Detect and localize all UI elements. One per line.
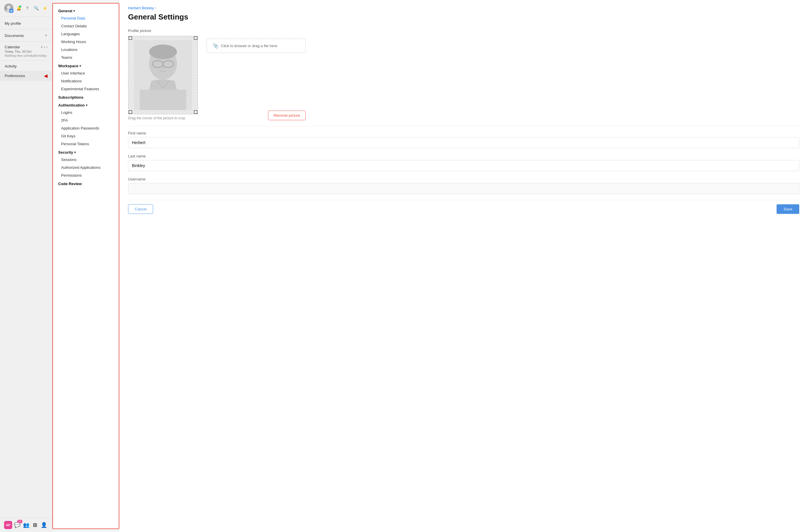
pref-authorized-applications[interactable]: Authorized Applications	[53, 164, 119, 171]
bottom-icon-grid[interactable]: ⊞	[31, 521, 39, 529]
paperclip-icon: 📎	[213, 43, 219, 49]
username-input[interactable]	[128, 183, 799, 194]
last-name-label: Last name	[128, 154, 799, 158]
first-name-input[interactable]	[128, 137, 799, 148]
sidebar-item-my-profile[interactable]: My profile	[0, 19, 52, 28]
pref-personal-data[interactable]: Personal Data	[53, 14, 119, 22]
bottom-icon-people[interactable]: 👥	[22, 521, 30, 529]
pref-locations[interactable]: Locations	[53, 46, 119, 54]
calendar-section: Calendar + ‹ › Today, Thu, 20 Oct Nothin…	[0, 43, 52, 59]
first-name-section: First name	[128, 131, 799, 148]
last-name-input[interactable]	[128, 160, 799, 171]
help-icon[interactable]: ?	[24, 5, 30, 11]
left-nav: My profile Documents + Calendar + ‹ › To…	[0, 17, 52, 518]
general-section-title[interactable]: General ▾	[53, 6, 119, 14]
remove-picture-button[interactable]: Remove picture	[268, 111, 306, 120]
breadcrumb: Herbert Binkley /	[128, 6, 799, 10]
profile-picture-label: Profile picture	[128, 29, 799, 33]
picture-right: 📎 Click to browse or drag a file here Re…	[207, 36, 306, 120]
left-sidebar: M 🔔 ? 🔍 ⚡ ＋ My profile Documents + Calen…	[0, 0, 52, 532]
pref-personal-tokens[interactable]: Personal Tokens	[53, 140, 119, 148]
svg-rect-9	[140, 90, 186, 110]
save-button[interactable]: Save	[776, 204, 799, 214]
upload-area[interactable]: 📎 Click to browse or drag a file here	[207, 39, 306, 53]
crop-handle-br[interactable]	[194, 110, 197, 114]
username-section: Username	[128, 177, 799, 194]
pref-git-keys[interactable]: Git Keys	[53, 132, 119, 140]
chevron-down-icon: ▾	[73, 9, 75, 13]
drag-hint: Drag the corner of the picture to crop	[128, 116, 185, 120]
calendar-prev[interactable]: ‹	[44, 45, 45, 49]
lightning-icon[interactable]: ⚡	[42, 5, 48, 11]
avatar-badge: M	[9, 9, 13, 13]
cancel-button[interactable]: Cancel	[128, 204, 153, 214]
calendar-header: Calendar + ‹ ›	[5, 45, 48, 49]
calendar-note: Nothing else scheduled today	[5, 54, 48, 57]
picture-left: Drag the corner of the picture to crop	[128, 36, 198, 120]
pref-languages[interactable]: Languages	[53, 30, 119, 38]
profile-image-container[interactable]	[128, 36, 198, 114]
username-label: Username	[128, 177, 799, 181]
search-icon[interactable]: 🔍	[33, 5, 39, 11]
crop-handle-tr[interactable]	[194, 36, 197, 40]
notification-bell-icon[interactable]: 🔔	[16, 5, 21, 11]
sidebar-icons: 🔔 ? 🔍 ⚡ ＋	[16, 5, 56, 11]
workspace-section-title[interactable]: Workspace ▾	[53, 61, 119, 69]
pref-experimental-features[interactable]: Experimental Features	[53, 85, 119, 93]
last-name-section: Last name	[128, 154, 799, 171]
pref-teams[interactable]: Teams	[53, 54, 119, 61]
red-arrow-icon: ◀	[44, 73, 48, 78]
bottom-actions: Cancel Save	[128, 200, 799, 218]
calendar-date: Today, Thu, 20 Oct	[5, 50, 48, 53]
plus-icon: +	[45, 33, 48, 38]
sidebar-bottom: AP 💬 17 👥 ⊞ 👤	[0, 518, 52, 532]
page-title: General Settings	[128, 13, 799, 21]
bottom-icon-chat[interactable]: 💬 17	[13, 521, 21, 529]
pref-notifications[interactable]: Notifications	[53, 77, 119, 85]
crop-handle-bl[interactable]	[129, 110, 132, 114]
pref-logins[interactable]: Logins	[53, 109, 119, 116]
chevron-down-icon-auth: ▾	[86, 104, 87, 107]
upload-hint-text: Click to browse or drag a file here	[221, 44, 277, 48]
pref-working-hours[interactable]: Working Hours	[53, 38, 119, 46]
sidebar-item-documents[interactable]: Documents +	[0, 31, 52, 40]
svg-point-5	[149, 44, 177, 59]
crop-handle-tl[interactable]	[129, 36, 132, 40]
calendar-nav-plus[interactable]: +	[41, 45, 43, 49]
pref-sessions[interactable]: Sessions	[53, 156, 119, 164]
bottom-icon-user[interactable]: 👤	[40, 521, 48, 529]
breadcrumb-name[interactable]: Herbert Binkley	[128, 6, 154, 10]
sidebar-header: M 🔔 ? 🔍 ⚡ ＋	[0, 0, 52, 17]
pref-application-passwords[interactable]: Application Passwords	[53, 124, 119, 132]
avatar-wrapper[interactable]: M	[4, 3, 13, 13]
sidebar-item-activity[interactable]: Activity	[0, 62, 52, 71]
breadcrumb-separator: /	[155, 6, 156, 10]
chevron-down-icon-workspace: ▾	[79, 64, 81, 68]
bottom-icon-ap[interactable]: AP	[4, 521, 12, 529]
subscriptions-section-title[interactable]: Subscriptions	[53, 93, 119, 101]
authentication-section-title[interactable]: Authentication ▾	[53, 101, 119, 109]
first-name-label: First name	[128, 131, 799, 135]
chevron-down-icon-security: ▾	[74, 151, 76, 154]
security-section-title[interactable]: Security ▾	[53, 148, 119, 156]
chat-badge: 17	[17, 520, 22, 523]
code-review-section-title[interactable]: Code Review	[53, 179, 119, 187]
divider	[128, 126, 799, 126]
pref-permissions[interactable]: Permissions	[53, 171, 119, 179]
calendar-next[interactable]: ›	[46, 45, 48, 49]
pref-contact-details[interactable]: Contact Details	[53, 22, 119, 30]
profile-avatar-image	[134, 40, 192, 110]
pref-2fa[interactable]: 2FA	[53, 116, 119, 124]
pref-user-interface[interactable]: User Interface	[53, 69, 119, 77]
profile-picture-area: Drag the corner of the picture to crop 📎…	[128, 36, 799, 120]
main-content: Herbert Binkley / General Settings Profi…	[120, 0, 808, 532]
sidebar-item-preferences[interactable]: Preferences ◀	[0, 71, 52, 81]
preferences-menu: General ▾ Personal Data Contact Details …	[52, 3, 120, 529]
